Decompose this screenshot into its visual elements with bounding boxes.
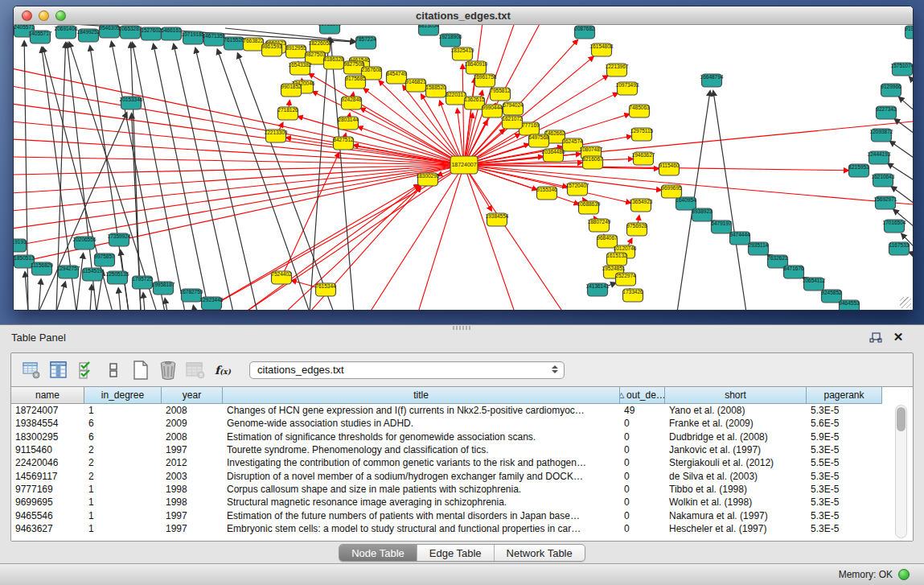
table-cell[interactable]: 2 (84, 444, 162, 455)
table-cell[interactable]: Disruption of a novel member of a sodium… (223, 471, 620, 482)
tab-edge-table[interactable]: Edge Table (417, 545, 495, 561)
close-panel-icon[interactable]: ✕ (892, 329, 905, 345)
table-cell[interactable]: 2008 (162, 405, 223, 416)
table-cell[interactable]: 1 (84, 405, 162, 416)
table-cell[interactable]: 2008 (162, 431, 223, 443)
table-cell[interactable]: 1 (84, 484, 162, 495)
table-cell[interactable]: 5.6E-5 (807, 418, 882, 429)
table-cell[interactable]: Nakamura et al. (1997) (665, 510, 807, 521)
table-cell[interactable]: 5.3E-5 (807, 484, 882, 495)
table-row[interactable]: 1830029562008Estimation of significance … (11, 431, 913, 443)
table-cell[interactable]: 0 (620, 484, 665, 495)
row-height-button[interactable] (101, 359, 125, 381)
table-cell[interactable]: 2 (84, 457, 162, 468)
table-cell[interactable]: 18724007 (11, 405, 84, 416)
close-window-button[interactable] (22, 10, 32, 21)
tab-node-table[interactable]: Node Table (339, 545, 417, 561)
table-cell[interactable]: 1998 (162, 496, 223, 508)
table-row[interactable]: 946554611997Estimation of the future num… (11, 509, 913, 521)
column-header-indegree[interactable]: in_degree (84, 387, 162, 404)
table-row[interactable]: 911546021997Tourette syndrome. Phenomeno… (11, 443, 913, 456)
table-cell[interactable]: 22420046 (11, 457, 84, 468)
table-row[interactable]: 2242004622012Investigating the contribut… (11, 456, 913, 469)
table-cell[interactable]: 1997 (162, 523, 223, 534)
table-cell[interactable]: 6 (84, 418, 162, 429)
table-cell[interactable]: Tibbo et al. (1998) (665, 484, 807, 495)
show-columns-button[interactable] (47, 359, 71, 381)
table-cell[interactable]: Jankovic et al. (1997) (665, 444, 807, 455)
table-cell[interactable]: Corpus callosum shape and size in male p… (223, 484, 620, 495)
table-cell[interactable]: Changes of HCN gene expression and I(f) … (223, 405, 620, 416)
table-cell[interactable]: Franke et al. (2009) (665, 418, 807, 429)
window-titlebar[interactable]: citations_edges.txt (14, 6, 913, 25)
column-header-year[interactable]: year (162, 387, 223, 404)
minimize-window-button[interactable] (39, 10, 49, 21)
table-cell[interactable]: Structural magnetic resonance image aver… (223, 496, 620, 508)
table-cell[interactable]: 2012 (162, 457, 223, 468)
function-builder-button[interactable]: f(x) (211, 359, 235, 381)
table-cell[interactable]: 0 (620, 457, 665, 468)
table-cell[interactable]: 5.3E-5 (807, 496, 882, 508)
delete-column-button[interactable] (156, 359, 180, 381)
zoom-window-button[interactable] (55, 10, 66, 21)
table-cell[interactable]: 1998 (162, 484, 223, 495)
table-cell[interactable]: 0 (620, 496, 665, 508)
table-cell[interactable]: 9699695 (11, 496, 84, 508)
table-cell[interactable]: 5.5E-5 (807, 457, 882, 468)
float-panel-icon[interactable] (869, 332, 882, 344)
network-canvas[interactable]: 1872400724055711405571720691406184992529… (14, 25, 913, 310)
table-cell[interactable]: 2009 (162, 418, 223, 429)
table-cell[interactable]: Genome-wide association studies in ADHD. (223, 418, 620, 429)
table-cell[interactable]: 1997 (162, 510, 223, 521)
table-cell[interactable]: Stergiakouli et al. (2012) (665, 457, 807, 468)
table-cell[interactable]: 49 (620, 405, 665, 416)
column-header-pagerank[interactable]: pagerank (807, 387, 882, 404)
select-columns-button[interactable] (74, 359, 98, 381)
panel-divider-grip[interactable] (453, 326, 472, 330)
table-cell[interactable]: 9463627 (11, 523, 84, 534)
table-cell[interactable]: 18300295 (11, 431, 84, 443)
table-cell[interactable]: 5.3E-5 (807, 405, 882, 416)
window-resize-grip[interactable] (900, 297, 911, 308)
column-header-name[interactable]: name (11, 387, 84, 404)
memory-status-indicator[interactable] (898, 569, 910, 580)
table-cell[interactable]: 2003 (162, 471, 223, 482)
table-cell[interactable]: 1997 (162, 444, 223, 455)
table-cell[interactable]: 5.3E-5 (807, 510, 882, 521)
table-cell[interactable]: 1 (84, 523, 162, 534)
table-options-button[interactable] (19, 359, 43, 381)
column-header-title[interactable]: title (223, 387, 620, 404)
table-cell[interactable]: Yano et al. (2008) (665, 405, 807, 416)
table-cell[interactable]: Dudbridge et al. (2008) (665, 431, 807, 443)
table-vertical-scrollbar[interactable] (895, 405, 907, 538)
table-row[interactable]: 1872400712008Changes of HCN gene express… (11, 404, 913, 417)
table-selector-dropdown[interactable]: citations_edges.txt (249, 361, 565, 379)
table-cell[interactable]: 1 (84, 510, 162, 521)
table-cell[interactable]: Tourette syndrome. Phenomenology and cla… (223, 444, 620, 455)
table-cell[interactable]: 0 (620, 510, 665, 521)
network-view-window[interactable]: citations_edges.txt 18724007240557114055… (13, 6, 914, 311)
table-row[interactable]: 946362711997Embryonic stem cells: a mode… (11, 522, 913, 535)
table-cell[interactable]: 9777169 (11, 484, 84, 495)
table-cell[interactable]: 5.3E-5 (807, 444, 882, 455)
table-cell[interactable]: Investigating the contribution of common… (223, 457, 620, 468)
table-cell[interactable]: 9465546 (11, 510, 84, 521)
table-cell[interactable]: Wolkin et al. (1998) (665, 496, 807, 508)
table-cell[interactable]: 0 (620, 523, 665, 534)
table-cell[interactable]: 0 (620, 444, 665, 455)
table-cell[interactable]: 0 (620, 471, 665, 482)
table-cell[interactable]: 0 (620, 431, 665, 443)
create-column-button[interactable] (129, 359, 153, 381)
table-cell[interactable]: Hescheler et al. (1997) (665, 523, 807, 534)
table-row[interactable]: 1938455462009Genome-wide association stu… (11, 417, 913, 430)
table-cell[interactable]: 19384554 (11, 418, 84, 429)
column-header-short[interactable]: short (665, 387, 807, 404)
table-cell[interactable]: de Silva et al. (2003) (665, 471, 807, 482)
table-cell[interactable]: 5.3E-5 (807, 523, 882, 534)
table-cell[interactable]: 0 (620, 418, 665, 429)
table-row[interactable]: 969969511998Structural magnetic resonanc… (11, 496, 913, 509)
tab-network-table[interactable]: Network Table (495, 545, 585, 561)
delete-table-button[interactable] (183, 359, 207, 381)
column-header-outde[interactable]: △out_de… (620, 387, 665, 404)
table-cell[interactable]: Embryonic stem cells: a model to study s… (223, 523, 620, 534)
